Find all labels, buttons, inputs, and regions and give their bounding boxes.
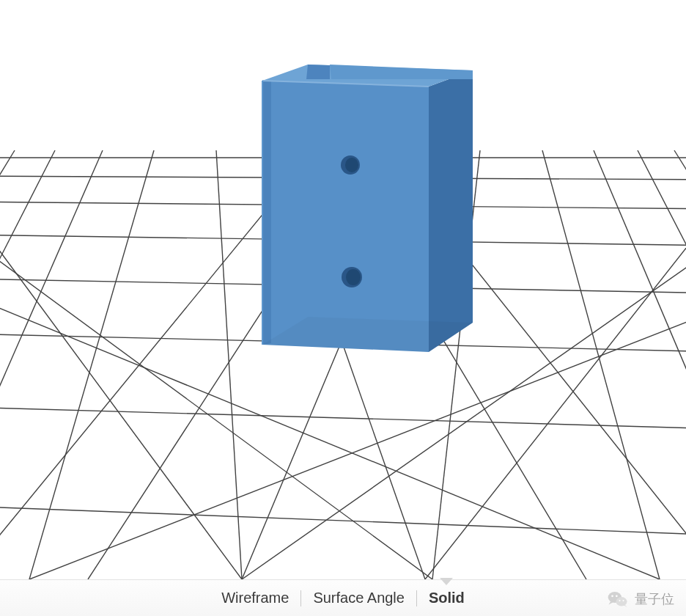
3d-viewport[interactable] [0, 0, 686, 579]
svg-line-24 [0, 202, 242, 579]
view-mode-surface-angle[interactable]: Surface Angle [301, 585, 416, 611]
svg-marker-33 [262, 81, 429, 352]
svg-line-21 [0, 150, 103, 469]
view-mode-group: Wireframe Surface Angle Solid [210, 585, 476, 611]
svg-line-12 [542, 150, 660, 579]
svg-line-22 [0, 150, 55, 330]
svg-marker-32 [306, 65, 330, 79]
svg-point-39 [345, 158, 358, 172]
view-mode-wireframe[interactable]: Wireframe [210, 585, 300, 611]
svg-line-7 [0, 506, 686, 535]
scene-svg [0, 0, 686, 579]
hole-lower [342, 267, 362, 287]
svg-line-6 [0, 407, 686, 429]
svg-line-14 [638, 150, 686, 315]
svg-line-13 [594, 150, 686, 455]
svg-marker-30 [429, 70, 473, 352]
svg-line-19 [216, 150, 242, 579]
svg-marker-42 [330, 65, 473, 79]
svg-line-23 [0, 150, 15, 235]
svg-point-41 [346, 269, 361, 285]
view-mode-label: Solid [429, 590, 465, 606]
active-indicator-icon [440, 578, 453, 585]
view-mode-toolbar: Wireframe Surface Angle Solid [0, 579, 686, 616]
view-mode-solid[interactable]: Solid [417, 585, 476, 611]
svg-line-20 [29, 150, 154, 579]
model-bracket [262, 65, 473, 352]
svg-line-15 [674, 150, 686, 227]
svg-marker-35 [262, 81, 271, 345]
hole-upper [341, 155, 360, 175]
